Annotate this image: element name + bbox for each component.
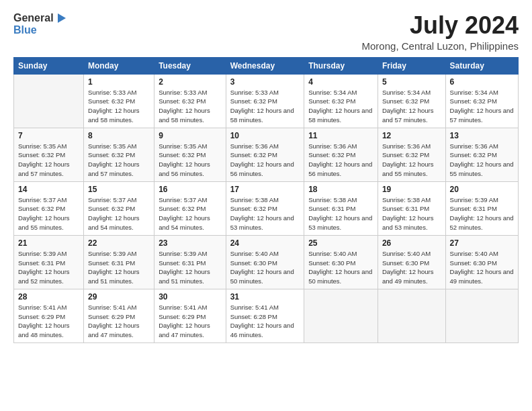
day-number: 15	[88, 185, 150, 194]
calendar-week-row: 1Sunrise: 5:33 AMSunset: 6:32 PMDaylight…	[14, 74, 519, 128]
table-row: 30Sunrise: 5:41 AMSunset: 6:29 PMDayligh…	[154, 289, 226, 342]
table-row: 5Sunrise: 5:34 AMSunset: 6:32 PMDaylight…	[378, 74, 445, 128]
table-row: 18Sunrise: 5:38 AMSunset: 6:31 PMDayligh…	[304, 181, 378, 235]
day-info: Sunrise: 5:34 AMSunset: 6:32 PMDaylight:…	[382, 88, 441, 125]
day-number: 26	[382, 238, 441, 248]
day-number: 10	[230, 131, 300, 140]
day-info: Sunrise: 5:41 AMSunset: 6:29 PMDaylight:…	[18, 303, 79, 340]
day-number: 29	[88, 292, 150, 302]
day-info: Sunrise: 5:40 AMSunset: 6:30 PMDaylight:…	[308, 249, 373, 286]
table-row: 12Sunrise: 5:36 AMSunset: 6:32 PMDayligh…	[378, 128, 445, 181]
day-info: Sunrise: 5:41 AMSunset: 6:29 PMDaylight:…	[159, 303, 221, 340]
table-row	[14, 74, 84, 128]
day-info: Sunrise: 5:35 AMSunset: 6:32 PMDaylight:…	[18, 142, 79, 179]
day-number: 13	[450, 131, 514, 140]
day-info: Sunrise: 5:36 AMSunset: 6:32 PMDaylight:…	[230, 142, 300, 179]
day-number: 28	[18, 292, 79, 302]
calendar-header-row: Sunday Monday Tuesday Wednesday Thursday…	[14, 57, 519, 74]
location: Morong, Central Luzon, Philippines	[362, 40, 519, 52]
table-row: 27Sunrise: 5:40 AMSunset: 6:30 PMDayligh…	[445, 235, 518, 289]
day-number: 16	[159, 185, 221, 194]
day-number: 5	[382, 77, 441, 87]
day-info: Sunrise: 5:37 AMSunset: 6:32 PMDaylight:…	[88, 195, 150, 232]
table-row: 2Sunrise: 5:33 AMSunset: 6:32 PMDaylight…	[154, 74, 226, 128]
calendar-week-row: 21Sunrise: 5:39 AMSunset: 6:31 PMDayligh…	[14, 235, 519, 289]
day-info: Sunrise: 5:36 AMSunset: 6:32 PMDaylight:…	[450, 142, 514, 179]
table-row	[304, 289, 378, 342]
table-row: 17Sunrise: 5:38 AMSunset: 6:32 PMDayligh…	[226, 181, 304, 235]
day-info: Sunrise: 5:39 AMSunset: 6:31 PMDaylight:…	[159, 249, 221, 286]
day-number: 24	[230, 238, 300, 248]
table-row: 7Sunrise: 5:35 AMSunset: 6:32 PMDaylight…	[14, 128, 84, 181]
table-row: 8Sunrise: 5:35 AMSunset: 6:32 PMDaylight…	[84, 128, 154, 181]
day-info: Sunrise: 5:37 AMSunset: 6:32 PMDaylight:…	[18, 195, 79, 232]
calendar-week-row: 7Sunrise: 5:35 AMSunset: 6:32 PMDaylight…	[14, 128, 519, 181]
logo: GeneralBlue	[13, 12, 67, 36]
day-number: 7	[18, 131, 79, 140]
day-number: 20	[450, 185, 514, 194]
table-row: 23Sunrise: 5:39 AMSunset: 6:31 PMDayligh…	[154, 235, 226, 289]
day-info: Sunrise: 5:33 AMSunset: 6:32 PMDaylight:…	[230, 88, 300, 125]
table-row: 13Sunrise: 5:36 AMSunset: 6:32 PMDayligh…	[445, 128, 518, 181]
day-number: 23	[159, 238, 221, 248]
table-row: 11Sunrise: 5:36 AMSunset: 6:32 PMDayligh…	[304, 128, 378, 181]
day-info: Sunrise: 5:34 AMSunset: 6:32 PMDaylight:…	[308, 88, 373, 125]
day-info: Sunrise: 5:41 AMSunset: 6:28 PMDaylight:…	[230, 303, 300, 340]
table-row: 24Sunrise: 5:40 AMSunset: 6:30 PMDayligh…	[226, 235, 304, 289]
day-number: 4	[308, 77, 373, 87]
day-number: 25	[308, 238, 373, 248]
day-number: 22	[88, 238, 150, 248]
day-info: Sunrise: 5:39 AMSunset: 6:31 PMDaylight:…	[88, 249, 150, 286]
table-row: 3Sunrise: 5:33 AMSunset: 6:32 PMDaylight…	[226, 74, 304, 128]
day-info: Sunrise: 5:36 AMSunset: 6:32 PMDaylight:…	[308, 142, 373, 179]
col-sunday: Sunday	[14, 57, 84, 74]
col-wednesday: Wednesday	[226, 57, 304, 74]
day-number: 31	[230, 292, 300, 302]
table-row: 28Sunrise: 5:41 AMSunset: 6:29 PMDayligh…	[14, 289, 84, 342]
day-info: Sunrise: 5:36 AMSunset: 6:32 PMDaylight:…	[382, 142, 441, 179]
table-row: 29Sunrise: 5:41 AMSunset: 6:29 PMDayligh…	[84, 289, 154, 342]
day-number: 17	[230, 185, 300, 194]
table-row: 4Sunrise: 5:34 AMSunset: 6:32 PMDaylight…	[304, 74, 378, 128]
day-info: Sunrise: 5:35 AMSunset: 6:32 PMDaylight:…	[88, 142, 150, 179]
day-info: Sunrise: 5:35 AMSunset: 6:32 PMDaylight:…	[159, 142, 221, 179]
day-info: Sunrise: 5:40 AMSunset: 6:30 PMDaylight:…	[230, 249, 300, 286]
day-info: Sunrise: 5:38 AMSunset: 6:32 PMDaylight:…	[230, 195, 300, 232]
calendar-week-row: 14Sunrise: 5:37 AMSunset: 6:32 PMDayligh…	[14, 181, 519, 235]
title-section: July 2024 Morong, Central Luzon, Philipp…	[362, 12, 519, 52]
calendar-table: Sunday Monday Tuesday Wednesday Thursday…	[13, 57, 519, 343]
day-info: Sunrise: 5:39 AMSunset: 6:31 PMDaylight:…	[18, 249, 79, 286]
day-info: Sunrise: 5:40 AMSunset: 6:30 PMDaylight:…	[382, 249, 441, 286]
day-number: 8	[88, 131, 150, 140]
day-info: Sunrise: 5:34 AMSunset: 6:32 PMDaylight:…	[450, 88, 514, 125]
day-number: 19	[382, 185, 441, 194]
table-row: 6Sunrise: 5:34 AMSunset: 6:32 PMDaylight…	[445, 74, 518, 128]
day-number: 18	[308, 185, 373, 194]
day-number: 30	[159, 292, 221, 302]
day-number: 6	[450, 77, 514, 87]
day-number: 1	[88, 77, 150, 87]
table-row: 31Sunrise: 5:41 AMSunset: 6:28 PMDayligh…	[226, 289, 304, 342]
col-thursday: Thursday	[304, 57, 378, 74]
header: GeneralBlue July 2024 Morong, Central Lu…	[13, 12, 519, 52]
svg-marker-0	[58, 13, 66, 23]
day-number: 21	[18, 238, 79, 248]
table-row	[445, 289, 518, 342]
table-row: 1Sunrise: 5:33 AMSunset: 6:32 PMDaylight…	[84, 74, 154, 128]
col-monday: Monday	[84, 57, 154, 74]
day-info: Sunrise: 5:38 AMSunset: 6:31 PMDaylight:…	[382, 195, 441, 232]
table-row: 19Sunrise: 5:38 AMSunset: 6:31 PMDayligh…	[378, 181, 445, 235]
table-row	[378, 289, 445, 342]
day-number: 9	[159, 131, 221, 140]
table-row: 20Sunrise: 5:39 AMSunset: 6:31 PMDayligh…	[445, 181, 518, 235]
col-saturday: Saturday	[445, 57, 518, 74]
day-info: Sunrise: 5:37 AMSunset: 6:32 PMDaylight:…	[159, 195, 221, 232]
month-year: July 2024	[362, 12, 519, 39]
table-row: 22Sunrise: 5:39 AMSunset: 6:31 PMDayligh…	[84, 235, 154, 289]
day-number: 3	[230, 77, 300, 87]
table-row: 10Sunrise: 5:36 AMSunset: 6:32 PMDayligh…	[226, 128, 304, 181]
table-row: 26Sunrise: 5:40 AMSunset: 6:30 PMDayligh…	[378, 235, 445, 289]
day-number: 11	[308, 131, 373, 140]
calendar-week-row: 28Sunrise: 5:41 AMSunset: 6:29 PMDayligh…	[14, 289, 519, 342]
day-info: Sunrise: 5:33 AMSunset: 6:32 PMDaylight:…	[159, 88, 221, 125]
